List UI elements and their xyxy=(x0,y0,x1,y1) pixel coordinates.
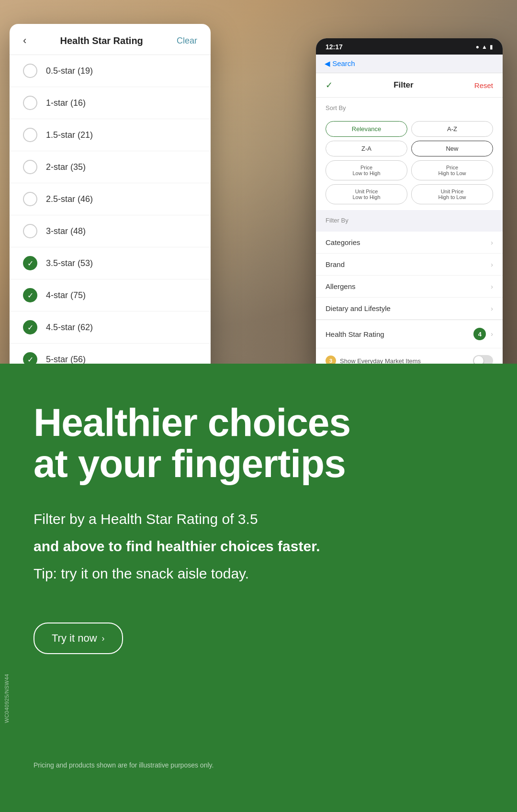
sort-new[interactable]: New xyxy=(411,141,493,156)
filter-item-label: 2-star (35) xyxy=(46,162,86,172)
main-heading: Healthier choices at your fingertips xyxy=(34,402,483,484)
circle-checkbox[interactable] xyxy=(23,96,37,110)
list-item[interactable]: ✓4-star (75) xyxy=(10,279,211,311)
filter-item-label: 3-star (48) xyxy=(46,226,86,236)
market-toggle[interactable] xyxy=(473,355,493,364)
filter-by-section: Filter By xyxy=(316,210,503,232)
filter-item-label: 1-star (16) xyxy=(46,98,86,108)
reset-button[interactable]: Reset xyxy=(474,81,493,89)
filter-item-label: 4.5-star (62) xyxy=(46,323,93,333)
filter-top-bar: ✓ Filter Reset xyxy=(316,73,503,98)
circle-checkbox[interactable]: ✓ xyxy=(23,288,37,302)
health-star-badge: 4 xyxy=(473,328,486,340)
circle-checkbox[interactable] xyxy=(23,64,37,78)
filter-rows-list: Categories › Brand › Allergens › Dietary… xyxy=(316,232,503,320)
battery-icon: ▮ xyxy=(490,44,493,50)
filter-item-label: 0.5-star (19) xyxy=(46,66,93,76)
main-content: Healthier choices at your fingertips Fil… xyxy=(34,402,483,692)
filter-by-title: Filter By xyxy=(326,217,493,224)
categories-chevron: › xyxy=(491,239,493,246)
bottom-section: Healthier choices at your fingertips Fil… xyxy=(0,364,517,812)
back-icon[interactable]: ‹ xyxy=(23,34,26,47)
circle-checkbox[interactable]: ✓ xyxy=(23,352,37,364)
health-star-chevron: › xyxy=(491,330,493,338)
brand-chevron: › xyxy=(491,261,493,268)
sort-options-grid: Relevance A-Z Z-A New PriceLow to High P… xyxy=(316,121,503,210)
allergens-label: Allergens xyxy=(326,282,356,290)
categories-label: Categories xyxy=(326,238,360,246)
heading-line2: at your fingertips xyxy=(34,442,346,485)
circle-checkbox[interactable] xyxy=(23,192,37,206)
circle-checkbox[interactable] xyxy=(23,160,37,174)
filter-item-label: 4-star (75) xyxy=(46,290,86,300)
status-icons: ● ▲ ▮ xyxy=(476,44,493,50)
filter-items-list: 0.5-star (19)1-star (16)1.5-star (21)2-s… xyxy=(10,55,211,364)
allergens-chevron: › xyxy=(491,283,493,290)
list-item[interactable]: 2-star (35) xyxy=(10,151,211,183)
top-section: ‹ Health Star Rating Clear 0.5-star (19)… xyxy=(0,0,517,364)
list-item[interactable]: ✓3.5-star (53) xyxy=(10,247,211,279)
dietary-chevron: › xyxy=(491,305,493,312)
side-label: WC040925/NSW44 xyxy=(4,674,10,723)
market-text: Show Everyday Market Items xyxy=(340,357,421,364)
show-market-row: 3 Show Everyday Market Items xyxy=(316,348,503,364)
status-bar: 12:17 ● ▲ ▮ xyxy=(316,38,503,55)
try-it-chevron: › xyxy=(102,634,105,644)
filter-panel-title: Filter xyxy=(393,80,414,90)
sub-text-2: and above to find healthier choices fast… xyxy=(34,535,483,557)
sort-price-high-low[interactable]: PriceHigh to Low xyxy=(411,160,493,180)
right-phone-mockup: 12:17 ● ▲ ▮ ◀ Search ✓ Filter Reset Sort… xyxy=(316,38,503,364)
sort-unit-price-low-high[interactable]: Unit PriceLow to High xyxy=(326,184,407,204)
phone-nav-bar: ◀ Search xyxy=(316,55,503,73)
circle-checkbox[interactable] xyxy=(23,224,37,238)
market-icon: 3 xyxy=(326,356,336,364)
filter-allergens-row[interactable]: Allergens › xyxy=(316,276,503,298)
health-star-row[interactable]: Health Star Rating 4 › xyxy=(316,320,503,348)
filter-categories-row[interactable]: Categories › xyxy=(316,232,503,254)
circle-checkbox[interactable]: ✓ xyxy=(23,256,37,270)
circle-checkbox[interactable]: ✓ xyxy=(23,320,37,334)
list-item[interactable]: 1.5-star (21) xyxy=(10,119,211,151)
health-star-label: Health Star Rating xyxy=(326,330,384,338)
checkmark-icon[interactable]: ✓ xyxy=(326,80,333,90)
sort-by-section: Sort By xyxy=(316,98,503,121)
filter-item-label: 5-star (56) xyxy=(46,355,86,364)
list-item[interactable]: 1-star (16) xyxy=(10,87,211,119)
sort-unit-price-high-low[interactable]: Unit PriceHigh to Low xyxy=(411,184,493,204)
bottom-footer-content: Pricing and products shown are for illus… xyxy=(34,761,483,783)
tip-text: Tip: try it on the snack aisle today. xyxy=(34,563,483,584)
list-item[interactable]: ✓4.5-star (62) xyxy=(10,311,211,344)
sort-az[interactable]: A-Z xyxy=(411,121,493,137)
health-star-right: 4 › xyxy=(473,328,493,340)
market-label: 3 Show Everyday Market Items xyxy=(326,356,421,364)
filter-item-label: 2.5-star (46) xyxy=(46,194,93,204)
try-it-label: Try it now xyxy=(52,632,97,645)
sort-relevance[interactable]: Relevance xyxy=(326,121,407,137)
signal-icon: ● xyxy=(476,44,479,50)
brand-label: Brand xyxy=(326,260,345,268)
circle-checkbox[interactable] xyxy=(23,128,37,142)
filter-item-label: 1.5-star (21) xyxy=(46,130,93,140)
sort-by-title: Sort By xyxy=(326,104,493,111)
list-item[interactable]: ✓5-star (56) xyxy=(10,344,211,364)
list-item[interactable]: 2.5-star (46) xyxy=(10,183,211,215)
sort-price-low-high[interactable]: PriceLow to High xyxy=(326,160,407,180)
status-time: 12:17 xyxy=(326,43,343,51)
phone-nav-back[interactable]: ◀ Search xyxy=(325,59,355,67)
left-phone-header: ‹ Health Star Rating Clear xyxy=(10,24,211,55)
sort-za[interactable]: Z-A xyxy=(326,141,407,156)
filter-dietary-row[interactable]: Dietary and Lifestyle › xyxy=(316,298,503,320)
filter-item-label: 3.5-star (53) xyxy=(46,258,93,268)
sub-text-1: Filter by a Health Star Rating of 3.5 xyxy=(34,508,483,530)
heading-line1: Healthier choices xyxy=(34,400,350,444)
wifi-icon: ▲ xyxy=(482,44,487,50)
left-phone-title: Health Star Rating xyxy=(60,35,143,46)
list-item[interactable]: 3-star (48) xyxy=(10,215,211,247)
filter-brand-row[interactable]: Brand › xyxy=(316,254,503,276)
list-item[interactable]: 0.5-star (19) xyxy=(10,55,211,87)
left-phone-mockup: ‹ Health Star Rating Clear 0.5-star (19)… xyxy=(10,24,211,364)
dietary-label: Dietary and Lifestyle xyxy=(326,304,391,312)
try-it-now-button[interactable]: Try it now › xyxy=(34,623,123,654)
disclaimer-text: Pricing and products shown are for illus… xyxy=(34,761,483,769)
clear-button[interactable]: Clear xyxy=(177,36,197,46)
